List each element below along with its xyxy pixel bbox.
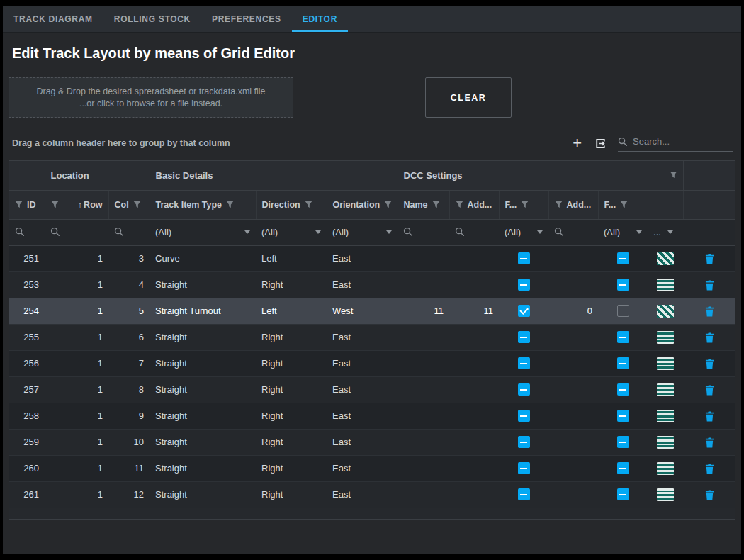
cell-col[interactable]: 3 bbox=[108, 245, 150, 271]
cell-row[interactable]: 1 bbox=[45, 403, 108, 429]
cell-orientation[interactable]: East bbox=[327, 271, 398, 298]
cell-address-2[interactable] bbox=[548, 324, 598, 350]
cell-id[interactable]: 255 bbox=[9, 324, 45, 350]
cell-address-1[interactable]: 11 bbox=[449, 298, 499, 324]
cell-orientation[interactable]: East bbox=[327, 350, 398, 376]
cell-address-1[interactable] bbox=[449, 481, 499, 508]
function-2-checkbox[interactable] bbox=[617, 252, 629, 264]
cell-row[interactable]: 1 bbox=[45, 324, 108, 350]
cell-name[interactable] bbox=[398, 245, 449, 271]
cell-direction[interactable]: Right bbox=[256, 271, 327, 298]
table-row[interactable]: 259 1 10 Straight Right East bbox=[9, 429, 735, 455]
function-1-checkbox[interactable] bbox=[518, 383, 530, 396]
tab-track-diagram[interactable]: TRACK DIAGRAM bbox=[3, 6, 103, 32]
delete-row-button[interactable] bbox=[705, 252, 714, 264]
filter-funnel-icon[interactable] bbox=[384, 201, 392, 208]
cell-id[interactable]: 260 bbox=[9, 455, 45, 481]
cell-address-2[interactable] bbox=[548, 271, 598, 298]
function-1-checkbox[interactable] bbox=[518, 357, 530, 369]
col-header-direction[interactable]: Direction bbox=[256, 190, 327, 219]
col-header-function-1[interactable]: F... bbox=[499, 190, 548, 219]
cell-address-2[interactable]: 0 bbox=[548, 298, 598, 324]
header-filter-icon[interactable] bbox=[670, 171, 677, 179]
cell-address-1[interactable] bbox=[449, 271, 499, 298]
function-1-checkbox[interactable] bbox=[518, 410, 530, 422]
col-header-name[interactable]: Name bbox=[398, 190, 449, 219]
cell-track-item-type[interactable]: Straight bbox=[150, 455, 256, 481]
function-1-checkbox[interactable] bbox=[518, 488, 530, 500]
col-header-col[interactable]: Col bbox=[108, 190, 150, 219]
filter-name[interactable] bbox=[398, 219, 449, 245]
delete-row-button[interactable] bbox=[705, 357, 714, 369]
table-row[interactable]: 255 1 6 Straight Right East bbox=[9, 324, 735, 350]
function-2-checkbox[interactable] bbox=[617, 436, 629, 448]
cell-row[interactable]: 1 bbox=[45, 298, 108, 324]
filter-funnel-icon[interactable] bbox=[620, 201, 628, 208]
function-2-checkbox[interactable] bbox=[617, 357, 629, 369]
cell-direction[interactable]: Left bbox=[256, 245, 327, 271]
cell-id[interactable]: 254 bbox=[9, 298, 45, 324]
cell-track-item-type[interactable]: Straight bbox=[150, 350, 256, 376]
function-1-checkbox[interactable] bbox=[518, 462, 530, 474]
cell-row[interactable]: 1 bbox=[45, 245, 108, 271]
cell-orientation[interactable]: West bbox=[327, 298, 398, 324]
clear-button[interactable]: CLEAR bbox=[425, 77, 512, 118]
group-panel[interactable]: Drag a column header here to group by th… bbox=[12, 138, 230, 148]
cell-track-item-type[interactable]: Straight bbox=[150, 324, 256, 350]
delete-row-button[interactable] bbox=[705, 305, 714, 316]
col-header-function-2[interactable]: F... bbox=[598, 190, 648, 219]
cell-name[interactable] bbox=[398, 350, 449, 376]
function-2-checkbox[interactable] bbox=[617, 462, 629, 474]
cell-name[interactable] bbox=[398, 376, 449, 403]
filter-image[interactable]: ... bbox=[648, 219, 683, 245]
cell-direction[interactable]: Right bbox=[256, 455, 327, 481]
band-basic-details[interactable]: Basic Details bbox=[150, 161, 398, 190]
function-2-checkbox[interactable] bbox=[617, 279, 629, 291]
table-row[interactable]: 254 1 5 Straight Turnout Left West 11 11… bbox=[9, 298, 735, 324]
delete-row-button[interactable] bbox=[705, 383, 714, 395]
band-location[interactable]: Location bbox=[45, 161, 150, 190]
delete-row-button[interactable] bbox=[705, 488, 714, 500]
filter-funnel-icon[interactable] bbox=[456, 201, 463, 208]
cell-orientation[interactable]: East bbox=[327, 376, 398, 403]
cell-name[interactable]: 11 bbox=[398, 298, 449, 324]
cell-col[interactable]: 9 bbox=[108, 403, 150, 429]
cell-col[interactable]: 8 bbox=[108, 376, 150, 403]
col-header-track-item-type[interactable]: Track Item Type bbox=[150, 190, 256, 219]
table-row[interactable]: 257 1 8 Straight Right East bbox=[9, 376, 735, 403]
function-1-checkbox[interactable] bbox=[518, 305, 530, 317]
cell-address-1[interactable] bbox=[449, 403, 499, 429]
cell-row[interactable]: 1 bbox=[45, 350, 108, 376]
cell-track-item-type[interactable]: Straight bbox=[150, 403, 256, 429]
cell-address-1[interactable] bbox=[449, 376, 499, 403]
cell-direction[interactable]: Right bbox=[256, 350, 327, 376]
cell-track-item-type[interactable]: Straight bbox=[150, 481, 256, 508]
cell-address-2[interactable] bbox=[548, 245, 598, 271]
filter-funnel-icon[interactable] bbox=[555, 201, 563, 208]
cell-address-1[interactable] bbox=[449, 324, 499, 350]
col-header-orientation[interactable]: Orientation bbox=[327, 190, 398, 219]
band-filter-cell[interactable] bbox=[648, 161, 683, 190]
cell-name[interactable] bbox=[398, 324, 449, 350]
filter-funnel-icon[interactable] bbox=[305, 201, 312, 208]
cell-direction[interactable]: Right bbox=[256, 324, 327, 350]
cell-id[interactable]: 251 bbox=[9, 245, 45, 271]
table-row[interactable]: 251 1 3 Curve Left East bbox=[9, 245, 735, 271]
cell-direction[interactable]: Right bbox=[256, 376, 327, 403]
cell-orientation[interactable]: East bbox=[327, 429, 398, 455]
filter-funnel-icon[interactable] bbox=[133, 201, 141, 208]
cell-address-1[interactable] bbox=[449, 350, 499, 376]
col-header-address-1[interactable]: Add... bbox=[449, 190, 499, 219]
filter-direction[interactable]: (All) bbox=[256, 219, 327, 245]
col-header-id[interactable]: ID bbox=[9, 190, 45, 219]
search-input[interactable] bbox=[631, 135, 733, 147]
filter-funnel-icon[interactable] bbox=[432, 201, 440, 208]
cell-id[interactable]: 257 bbox=[9, 376, 45, 403]
cell-id[interactable]: 259 bbox=[9, 429, 45, 455]
cell-name[interactable] bbox=[398, 429, 449, 455]
filter-function-2[interactable]: (All) bbox=[598, 219, 648, 245]
filter-funnel-icon[interactable] bbox=[51, 201, 59, 208]
cell-address-2[interactable] bbox=[548, 376, 598, 403]
delete-row-button[interactable] bbox=[705, 410, 714, 421]
cell-id[interactable]: 258 bbox=[9, 403, 45, 429]
